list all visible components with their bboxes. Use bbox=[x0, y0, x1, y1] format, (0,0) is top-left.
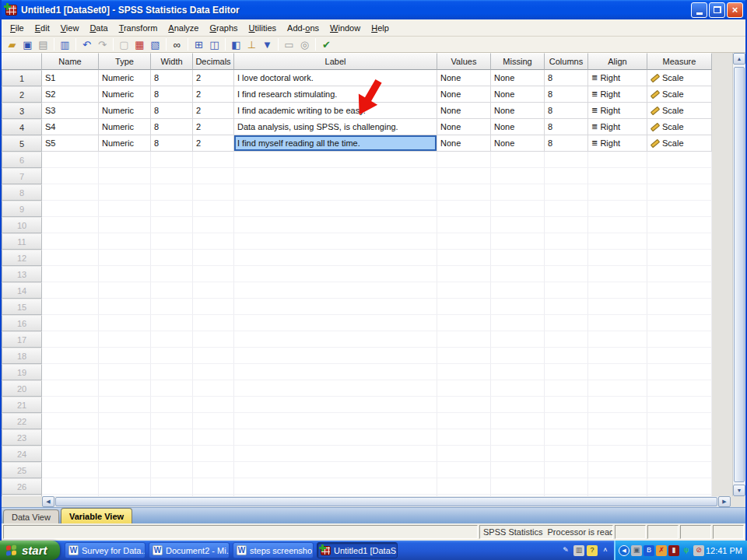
cell-width[interactable] bbox=[151, 429, 193, 446]
cell-values[interactable] bbox=[437, 495, 491, 496]
cell-missing[interactable] bbox=[491, 495, 545, 496]
cell-missing[interactable]: None bbox=[491, 70, 545, 86]
cell-measure[interactable] bbox=[647, 282, 712, 299]
cell-name[interactable] bbox=[42, 364, 99, 380]
cell-type[interactable] bbox=[99, 233, 151, 250]
cell-values[interactable]: None bbox=[437, 86, 491, 103]
menu-transform[interactable]: Transform bbox=[114, 21, 163, 35]
cell-type[interactable] bbox=[99, 299, 151, 315]
cell-values[interactable] bbox=[437, 250, 491, 266]
cell-name[interactable] bbox=[42, 266, 99, 282]
cell-decimals[interactable] bbox=[193, 299, 234, 315]
cell-align[interactable] bbox=[588, 446, 647, 462]
cell-decimals[interactable]: 2 bbox=[193, 103, 234, 119]
antivirus-icon[interactable]: ▮ bbox=[668, 545, 679, 556]
column-header-align[interactable]: Align bbox=[588, 53, 647, 70]
cell-type[interactable]: Numeric bbox=[99, 119, 151, 135]
cell-align[interactable] bbox=[588, 364, 647, 380]
cell-values[interactable] bbox=[437, 152, 491, 168]
cell-measure[interactable] bbox=[647, 184, 712, 201]
cell-label[interactable] bbox=[234, 462, 437, 478]
cell-align[interactable]: ≣Right bbox=[588, 86, 647, 103]
goto-case-icon[interactable]: ▦ bbox=[132, 37, 147, 51]
cell-width[interactable] bbox=[151, 364, 193, 380]
cell-measure[interactable] bbox=[647, 152, 712, 168]
volume-muted-icon[interactable]: ⊘ bbox=[693, 545, 704, 556]
menu-addons[interactable]: Add-ons bbox=[282, 21, 324, 35]
cell-type[interactable] bbox=[99, 250, 151, 266]
tab-variable-view[interactable]: Variable View bbox=[61, 508, 132, 523]
spell-check-icon[interactable]: ✔ bbox=[319, 37, 334, 51]
cell-name[interactable]: S5 bbox=[42, 135, 99, 152]
menu-window[interactable]: Window bbox=[324, 21, 366, 35]
cell-values[interactable] bbox=[437, 233, 491, 250]
cell-align[interactable] bbox=[588, 201, 647, 217]
cell-align[interactable] bbox=[588, 184, 647, 201]
row-number[interactable]: 24 bbox=[2, 446, 42, 462]
cell-missing[interactable]: None bbox=[491, 103, 545, 119]
cell-width[interactable] bbox=[151, 282, 193, 299]
cell-missing[interactable] bbox=[491, 233, 545, 250]
cell-missing[interactable] bbox=[491, 184, 545, 201]
cell-measure[interactable] bbox=[647, 315, 712, 331]
cell-measure[interactable]: Scale bbox=[647, 70, 712, 86]
horizontal-scroll-thumb[interactable] bbox=[55, 497, 717, 506]
cell-columns[interactable] bbox=[545, 348, 588, 364]
row-number[interactable]: 10 bbox=[2, 217, 42, 233]
cell-align[interactable] bbox=[588, 217, 647, 233]
cell-type[interactable] bbox=[99, 201, 151, 217]
print-icon[interactable]: ▤ bbox=[36, 37, 51, 51]
cell-label[interactable]: I find myself reading all the time. bbox=[234, 135, 437, 152]
hidden-updates-icon[interactable]: ˄ bbox=[600, 545, 611, 556]
cell-values[interactable] bbox=[437, 201, 491, 217]
cell-columns[interactable] bbox=[545, 380, 588, 397]
cell-measure[interactable] bbox=[647, 250, 712, 266]
select-cases-icon[interactable]: ▼ bbox=[260, 37, 275, 51]
cell-type[interactable]: Numeric bbox=[99, 135, 151, 152]
cell-measure[interactable] bbox=[647, 364, 712, 380]
cell-measure[interactable] bbox=[647, 397, 712, 413]
row-number[interactable]: 11 bbox=[2, 233, 42, 250]
cell-decimals[interactable] bbox=[193, 217, 234, 233]
cell-decimals[interactable] bbox=[193, 397, 234, 413]
cell-missing[interactable] bbox=[491, 168, 545, 184]
taskbar-button[interactable]: Wsteps screensho... bbox=[233, 542, 314, 558]
cell-decimals[interactable] bbox=[193, 413, 234, 429]
cell-label[interactable] bbox=[234, 397, 437, 413]
menu-analyze[interactable]: Analyze bbox=[163, 21, 204, 35]
cell-width[interactable] bbox=[151, 250, 193, 266]
cell-name[interactable] bbox=[42, 201, 99, 217]
cell-width[interactable] bbox=[151, 413, 193, 429]
cell-label[interactable] bbox=[234, 250, 437, 266]
cell-label[interactable] bbox=[234, 429, 437, 446]
cell-measure[interactable] bbox=[647, 462, 712, 478]
minimize-button[interactable] bbox=[691, 2, 707, 18]
cell-decimals[interactable] bbox=[193, 282, 234, 299]
cell-values[interactable]: None bbox=[437, 70, 491, 86]
cell-align[interactable] bbox=[588, 250, 647, 266]
cell-name[interactable] bbox=[42, 348, 99, 364]
cell-measure[interactable]: Scale bbox=[647, 119, 712, 135]
cell-values[interactable] bbox=[437, 217, 491, 233]
cell-type[interactable] bbox=[99, 266, 151, 282]
cell-align[interactable] bbox=[588, 282, 647, 299]
cell-missing[interactable] bbox=[491, 397, 545, 413]
cell-measure[interactable] bbox=[647, 446, 712, 462]
cell-width[interactable] bbox=[151, 495, 193, 496]
cell-columns[interactable] bbox=[545, 266, 588, 282]
title-bar[interactable]: Untitled1 [DataSet0] - SPSS Statistics D… bbox=[2, 0, 745, 19]
cell-missing[interactable] bbox=[491, 331, 545, 348]
insert-variable-icon[interactable]: ◫ bbox=[207, 37, 222, 51]
cell-columns[interactable] bbox=[545, 152, 588, 168]
cell-label[interactable] bbox=[234, 348, 437, 364]
cell-type[interactable] bbox=[99, 331, 151, 348]
cell-label[interactable] bbox=[234, 446, 437, 462]
cell-name[interactable] bbox=[42, 331, 99, 348]
cell-name[interactable] bbox=[42, 299, 99, 315]
cell-values[interactable] bbox=[437, 429, 491, 446]
cell-name[interactable] bbox=[42, 315, 99, 331]
tools-icon[interactable]: ▥ bbox=[573, 545, 584, 556]
cell-type[interactable] bbox=[99, 380, 151, 397]
cell-decimals[interactable] bbox=[193, 152, 234, 168]
cell-missing[interactable] bbox=[491, 217, 545, 233]
